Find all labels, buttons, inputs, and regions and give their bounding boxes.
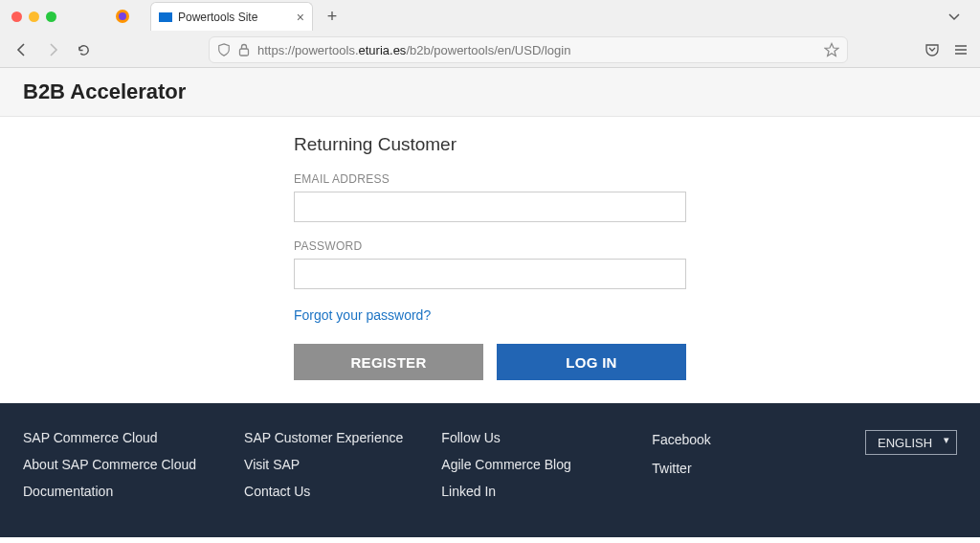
login-button[interactable]: LOG IN — [497, 344, 686, 380]
bookmark-icon[interactable] — [824, 42, 839, 57]
tabs-dropdown-icon[interactable] — [947, 10, 961, 23]
login-form: Returning Customer EMAIL ADDRESS PASSWOR… — [294, 134, 686, 380]
tab-favicon-icon — [159, 12, 172, 22]
forgot-password-link[interactable]: Forgot your password? — [294, 307, 431, 323]
footer-col-2: SAP Customer Experience Visit SAP Contac… — [244, 430, 403, 499]
email-field[interactable] — [294, 192, 686, 222]
password-label: PASSWORD — [294, 239, 686, 253]
browser-tab[interactable]: Powertools Site × — [150, 2, 313, 31]
password-field[interactable] — [294, 259, 686, 289]
footer-link[interactable]: Contact Us — [244, 484, 403, 499]
svg-rect-2 — [240, 49, 249, 56]
pocket-icon[interactable] — [924, 42, 940, 57]
minimize-window-icon[interactable] — [29, 11, 39, 22]
forward-button[interactable] — [42, 39, 63, 60]
site-brand: B2B Accelerator — [23, 79, 957, 104]
button-row: REGISTER LOG IN — [294, 344, 686, 380]
footer-link[interactable]: Linked In — [441, 484, 594, 499]
footer-heading: Follow Us — [441, 430, 594, 445]
svg-point-1 — [119, 12, 126, 20]
copyright-text: Copyright © 2022 SAP SE or an SAP affili… — [0, 537, 980, 543]
footer-col-1: SAP Commerce Cloud About SAP Commerce Cl… — [23, 430, 196, 499]
register-button[interactable]: REGISTER — [294, 344, 483, 380]
address-bar[interactable]: https://powertools.eturia.es/b2b/powerto… — [209, 36, 848, 63]
menu-icon[interactable] — [953, 42, 969, 57]
lock-icon[interactable] — [238, 43, 250, 57]
browser-toolbar: https://powertools.eturia.es/b2b/powerto… — [0, 33, 980, 67]
footer-link[interactable]: SAP Commerce Cloud — [23, 430, 196, 445]
footer-link[interactable]: Visit SAP — [244, 457, 403, 472]
browser-chrome: Powertools Site × + https://powerto — [0, 0, 980, 68]
reload-button[interactable] — [73, 39, 94, 60]
footer-link-facebook[interactable]: Facebook — [652, 432, 805, 447]
footer-link[interactable]: SAP Customer Experience — [244, 430, 403, 445]
main-content: Returning Customer EMAIL ADDRESS PASSWOR… — [0, 117, 980, 403]
maximize-window-icon[interactable] — [46, 11, 56, 22]
shield-icon[interactable] — [217, 43, 231, 57]
footer-columns: SAP Commerce Cloud About SAP Commerce Cl… — [23, 430, 957, 499]
close-window-icon[interactable] — [11, 11, 22, 22]
site-footer: SAP Commerce Cloud About SAP Commerce Cl… — [0, 403, 980, 537]
footer-col-3: Follow Us Agile Commerce Blog Linked In — [441, 430, 594, 499]
footer-link[interactable]: Agile Commerce Blog — [441, 457, 594, 472]
site-header: B2B Accelerator — [0, 68, 980, 117]
tab-bar: Powertools Site × + — [0, 0, 980, 33]
back-button[interactable] — [11, 39, 33, 60]
footer-link[interactable]: About SAP Commerce Cloud — [23, 457, 196, 472]
firefox-icon — [114, 8, 131, 25]
tab-close-icon[interactable]: × — [297, 10, 304, 25]
window-controls — [11, 11, 56, 22]
footer-link[interactable]: Documentation — [23, 484, 196, 499]
form-title: Returning Customer — [294, 134, 686, 155]
new-tab-button[interactable]: + — [323, 7, 342, 27]
tab-title: Powertools Site — [178, 11, 257, 24]
footer-col-social: Facebook Twitter — [652, 430, 805, 499]
language-selector-wrap: ENGLISH — [865, 430, 957, 499]
url-text: https://powertools.eturia.es/b2b/powerto… — [257, 43, 816, 57]
toolbar-right — [924, 42, 969, 57]
language-select[interactable]: ENGLISH — [865, 430, 957, 455]
footer-link-twitter[interactable]: Twitter — [652, 461, 805, 476]
email-label: EMAIL ADDRESS — [294, 172, 686, 186]
